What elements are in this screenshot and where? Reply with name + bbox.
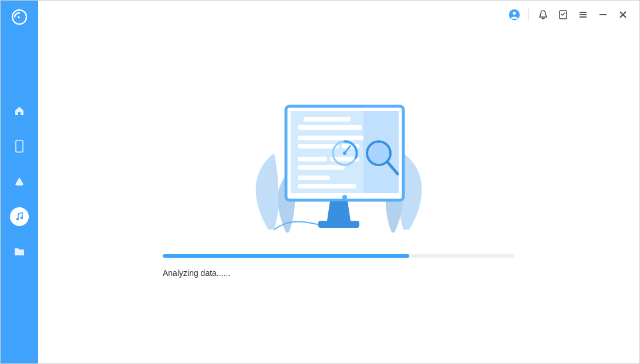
svg-rect-25 — [298, 176, 330, 180]
app-logo-icon — [11, 9, 28, 25]
progress-fill — [163, 254, 409, 258]
svg-point-3 — [21, 217, 23, 220]
sidebar-item-folder[interactable] — [10, 242, 29, 261]
svg-point-30 — [343, 151, 346, 155]
svg-rect-18 — [298, 125, 362, 130]
sidebar — [1, 1, 38, 363]
music-icon — [14, 211, 25, 223]
sidebar-item-cloud[interactable] — [10, 172, 29, 191]
svg-rect-24 — [298, 165, 345, 170]
sidebar-item-device[interactable] — [10, 137, 29, 156]
cloud-icon — [14, 176, 25, 187]
sidebar-item-home[interactable] — [10, 102, 29, 120]
sidebar-item-itunes[interactable] — [10, 207, 29, 226]
status-text: Analyzing data...... — [163, 268, 515, 278]
svg-rect-22 — [298, 157, 327, 161]
progress-container: Analyzing data...... — [163, 254, 515, 278]
home-icon — [14, 105, 25, 117]
svg-rect-26 — [298, 184, 356, 188]
folder-icon — [14, 247, 25, 257]
main-content: Analyzing data...... — [38, 1, 639, 363]
svg-rect-20 — [298, 144, 339, 149]
phone-icon — [14, 140, 25, 153]
svg-rect-15 — [318, 221, 359, 228]
svg-rect-17 — [304, 117, 351, 122]
svg-rect-1 — [16, 140, 23, 152]
svg-rect-19 — [298, 136, 368, 140]
svg-point-16 — [342, 195, 347, 200]
progress-bar — [163, 254, 515, 258]
analyzing-illustration — [215, 95, 462, 235]
svg-point-2 — [16, 218, 19, 221]
